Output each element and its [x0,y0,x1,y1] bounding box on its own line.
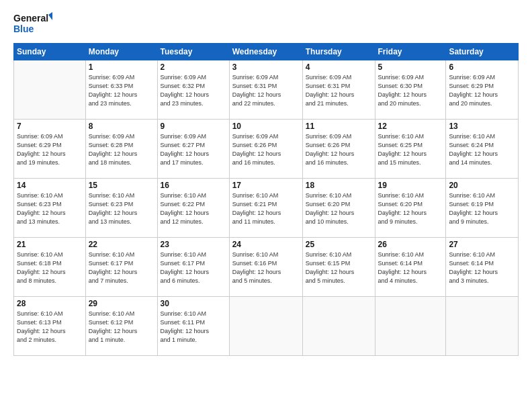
calendar-cell: 28Sunrise: 6:10 AMSunset: 6:13 PMDayligh… [14,297,86,356]
calendar-cell [375,297,446,356]
day-number: 23 [161,240,226,249]
day-number: 20 [449,181,515,190]
day-info: Sunrise: 6:09 AMSunset: 6:31 PMDaylight:… [232,73,300,108]
calendar-cell: 26Sunrise: 6:10 AMSunset: 6:14 PMDayligh… [375,238,446,297]
calendar-cell: 15Sunrise: 6:10 AMSunset: 6:23 PMDayligh… [85,179,157,238]
weekday-header-friday: Friday [375,44,446,60]
day-info: Sunrise: 6:10 AMSunset: 6:17 PMDaylight:… [89,250,154,285]
day-info: Sunrise: 6:10 AMSunset: 6:19 PMDaylight:… [449,191,515,226]
svg-text:General: General [13,13,48,24]
logo: General Blue [13,11,54,36]
day-number: 29 [89,299,154,308]
day-number: 16 [161,181,226,190]
calendar-week-2: 7Sunrise: 6:09 AMSunset: 6:29 PMDaylight… [14,120,519,179]
calendar-cell: 3Sunrise: 6:09 AMSunset: 6:31 PMDaylight… [229,60,302,120]
weekday-header-row: SundayMondayTuesdayWednesdayThursdayFrid… [14,44,519,60]
day-info: Sunrise: 6:09 AMSunset: 6:29 PMDaylight:… [17,132,83,167]
day-info: Sunrise: 6:10 AMSunset: 6:12 PMDaylight:… [89,310,154,345]
day-number: 24 [232,240,300,249]
calendar-cell [14,60,86,120]
day-info: Sunrise: 6:09 AMSunset: 6:33 PMDaylight:… [89,73,154,108]
day-info: Sunrise: 6:09 AMSunset: 6:26 PMDaylight:… [306,132,372,167]
day-info: Sunrise: 6:10 AMSunset: 6:15 PMDaylight:… [306,250,372,285]
day-number: 6 [449,62,515,72]
calendar: SundayMondayTuesdayWednesdayThursdayFrid… [13,43,519,356]
calendar-cell: 23Sunrise: 6:10 AMSunset: 6:17 PMDayligh… [157,238,229,297]
calendar-cell: 9Sunrise: 6:09 AMSunset: 6:27 PMDaylight… [157,120,229,179]
day-info: Sunrise: 6:10 AMSunset: 6:24 PMDaylight:… [449,132,515,167]
day-number: 21 [17,240,83,249]
calendar-cell: 25Sunrise: 6:10 AMSunset: 6:15 PMDayligh… [302,238,375,297]
day-info: Sunrise: 6:09 AMSunset: 6:29 PMDaylight:… [449,73,515,108]
svg-text:Blue: Blue [13,24,34,34]
calendar-week-4: 21Sunrise: 6:10 AMSunset: 6:18 PMDayligh… [14,238,519,297]
weekday-header-saturday: Saturday [446,44,519,60]
logo-svg: General Blue [13,11,54,36]
calendar-cell: 13Sunrise: 6:10 AMSunset: 6:24 PMDayligh… [446,120,519,179]
calendar-cell: 20Sunrise: 6:10 AMSunset: 6:19 PMDayligh… [446,179,519,238]
day-number: 8 [89,122,154,131]
day-number: 3 [232,62,300,72]
calendar-cell: 11Sunrise: 6:09 AMSunset: 6:26 PMDayligh… [302,120,375,179]
calendar-cell: 2Sunrise: 6:09 AMSunset: 6:32 PMDaylight… [157,60,229,120]
day-number: 12 [378,122,443,131]
day-number: 13 [449,122,515,131]
day-info: Sunrise: 6:10 AMSunset: 6:22 PMDaylight:… [161,191,226,226]
day-info: Sunrise: 6:10 AMSunset: 6:23 PMDaylight:… [17,191,83,226]
day-info: Sunrise: 6:10 AMSunset: 6:14 PMDaylight:… [378,250,443,285]
day-info: Sunrise: 6:10 AMSunset: 6:25 PMDaylight:… [378,132,443,167]
weekday-header-monday: Monday [85,44,157,60]
calendar-week-3: 14Sunrise: 6:10 AMSunset: 6:23 PMDayligh… [14,179,519,238]
day-number: 11 [306,122,372,131]
calendar-week-1: 1Sunrise: 6:09 AMSunset: 6:33 PMDaylight… [14,60,519,120]
day-info: Sunrise: 6:09 AMSunset: 6:27 PMDaylight:… [161,132,226,167]
day-number: 27 [449,240,515,249]
day-number: 5 [378,62,443,72]
calendar-week-5: 28Sunrise: 6:10 AMSunset: 6:13 PMDayligh… [14,297,519,356]
calendar-cell [302,297,375,356]
day-info: Sunrise: 6:10 AMSunset: 6:18 PMDaylight:… [17,250,83,285]
calendar-cell: 10Sunrise: 6:09 AMSunset: 6:26 PMDayligh… [229,120,302,179]
calendar-cell: 22Sunrise: 6:10 AMSunset: 6:17 PMDayligh… [85,238,157,297]
calendar-cell: 30Sunrise: 6:10 AMSunset: 6:11 PMDayligh… [157,297,229,356]
calendar-cell: 6Sunrise: 6:09 AMSunset: 6:29 PMDaylight… [446,60,519,120]
page: General Blue SundayMondayTuesdayWednesda… [0,0,532,411]
day-number: 25 [306,240,372,249]
calendar-cell: 21Sunrise: 6:10 AMSunset: 6:18 PMDayligh… [14,238,86,297]
day-info: Sunrise: 6:09 AMSunset: 6:26 PMDaylight:… [232,132,300,167]
day-number: 19 [378,181,443,190]
calendar-cell: 7Sunrise: 6:09 AMSunset: 6:29 PMDaylight… [14,120,86,179]
calendar-cell: 4Sunrise: 6:09 AMSunset: 6:31 PMDaylight… [302,60,375,120]
weekday-header-wednesday: Wednesday [229,44,302,60]
calendar-cell: 24Sunrise: 6:10 AMSunset: 6:16 PMDayligh… [229,238,302,297]
calendar-cell: 18Sunrise: 6:10 AMSunset: 6:20 PMDayligh… [302,179,375,238]
calendar-cell: 1Sunrise: 6:09 AMSunset: 6:33 PMDaylight… [85,60,157,120]
day-info: Sunrise: 6:10 AMSunset: 6:23 PMDaylight:… [89,191,154,226]
calendar-cell: 27Sunrise: 6:10 AMSunset: 6:14 PMDayligh… [446,238,519,297]
calendar-cell: 8Sunrise: 6:09 AMSunset: 6:28 PMDaylight… [85,120,157,179]
day-number: 1 [89,62,154,72]
day-number: 2 [161,62,226,72]
header: General Blue [13,11,519,36]
day-number: 4 [306,62,372,72]
day-info: Sunrise: 6:10 AMSunset: 6:21 PMDaylight:… [232,191,300,226]
day-number: 10 [232,122,300,131]
svg-marker-2 [48,12,52,20]
day-number: 28 [17,299,83,308]
calendar-cell: 14Sunrise: 6:10 AMSunset: 6:23 PMDayligh… [14,179,86,238]
day-info: Sunrise: 6:10 AMSunset: 6:13 PMDaylight:… [17,310,83,345]
day-info: Sunrise: 6:10 AMSunset: 6:20 PMDaylight:… [306,191,372,226]
day-info: Sunrise: 6:10 AMSunset: 6:16 PMDaylight:… [232,250,300,285]
calendar-cell: 16Sunrise: 6:10 AMSunset: 6:22 PMDayligh… [157,179,229,238]
day-number: 14 [17,181,83,190]
calendar-cell: 29Sunrise: 6:10 AMSunset: 6:12 PMDayligh… [85,297,157,356]
day-number: 9 [161,122,226,131]
day-number: 18 [306,181,372,190]
day-info: Sunrise: 6:10 AMSunset: 6:20 PMDaylight:… [378,191,443,226]
calendar-cell: 5Sunrise: 6:09 AMSunset: 6:30 PMDaylight… [375,60,446,120]
weekday-header-sunday: Sunday [14,44,86,60]
day-info: Sunrise: 6:09 AMSunset: 6:32 PMDaylight:… [161,73,226,108]
day-info: Sunrise: 6:09 AMSunset: 6:31 PMDaylight:… [306,73,372,108]
day-number: 17 [232,181,300,190]
day-number: 26 [378,240,443,249]
